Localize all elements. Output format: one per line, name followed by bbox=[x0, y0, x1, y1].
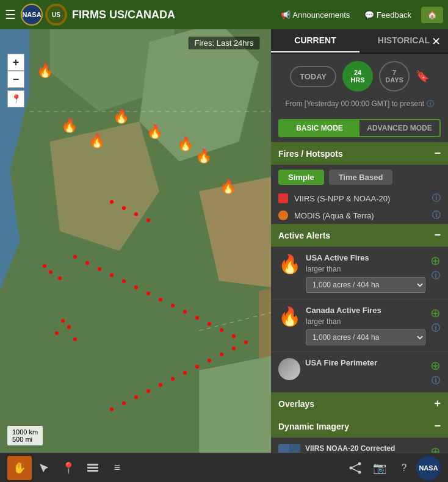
menu-button[interactable]: ≡ bbox=[105, 456, 129, 480]
viirs-info-icon[interactable]: ⓘ bbox=[432, 193, 441, 204]
dynamic-imagery-header[interactable]: Dynamic Imagery − bbox=[271, 415, 448, 437]
zoom-out-button[interactable]: − bbox=[7, 71, 24, 88]
viirs-noaa20-add-button[interactable]: ⊕ bbox=[430, 444, 441, 453]
canada-fires-info-icon[interactable]: ⓘ bbox=[432, 323, 440, 334]
camera-button[interactable]: 📷 bbox=[367, 456, 392, 480]
fire-dot bbox=[43, 264, 46, 268]
canada-fires-add-button[interactable]: ⊕ bbox=[430, 306, 441, 320]
canada-fire-icon: 🔥 bbox=[278, 306, 301, 327]
fires-hotspots-toggle[interactable]: − bbox=[434, 147, 441, 160]
usa-fires-info-icon[interactable]: ⓘ bbox=[432, 270, 440, 281]
fires-hotspots-header[interactable]: Fires / Hotspots − bbox=[271, 142, 448, 165]
today-button[interactable]: TODAY bbox=[290, 66, 336, 87]
viirs-legend-item: VIIRS (S-NPP & NOAA-20) ⓘ bbox=[271, 190, 448, 207]
advanced-mode-option[interactable]: ADVANCED MODE bbox=[359, 120, 439, 136]
close-panel-button[interactable]: ✕ bbox=[428, 34, 443, 49]
feedback-button[interactable]: 💬 Feedback bbox=[359, 8, 416, 22]
svg-rect-14 bbox=[87, 470, 98, 472]
fire-dot bbox=[244, 340, 248, 344]
pan-tool-button[interactable]: ✋ bbox=[7, 456, 32, 480]
announcements-button[interactable]: 📢 Announcements bbox=[276, 8, 355, 22]
fire-dot bbox=[55, 331, 59, 335]
viirs-noaa20-thumbnail: NOAA-20 bbox=[278, 444, 300, 453]
layers-button[interactable] bbox=[81, 456, 105, 480]
fire-dot bbox=[232, 347, 236, 350]
usa-perimeter-add-button[interactable]: ⊕ bbox=[430, 358, 441, 373]
scale-bar: 1000 km 500 mi bbox=[7, 426, 43, 445]
viirs-noaa20-item: NOAA-20 VIIRS NOAA-20 Corrected Reflecta… bbox=[271, 437, 448, 453]
zoom-controls: + − 📍 bbox=[7, 54, 24, 107]
svg-rect-6 bbox=[278, 444, 289, 453]
fire-marker-6: 🔥 bbox=[195, 148, 212, 164]
time-info-icon[interactable]: ⓘ bbox=[427, 99, 434, 108]
view-toggle: Simple Time Based bbox=[271, 165, 448, 190]
fire-dot bbox=[110, 408, 114, 411]
help-button[interactable]: ? bbox=[392, 456, 416, 480]
usa-perimeter-actions: ⊕ ⓘ bbox=[430, 358, 441, 386]
side-panel: CURRENT HISTORICAL ✕ TODAY 24 HRS 7 DAYS… bbox=[271, 29, 448, 453]
usa-fires-add-button[interactable]: ⊕ bbox=[430, 253, 441, 268]
fire-dot bbox=[159, 383, 162, 387]
usa-perimeter-content: USA Fire Perimeter bbox=[305, 358, 425, 370]
fire-dot bbox=[73, 255, 77, 259]
24hrs-button[interactable]: 24 HRS bbox=[342, 61, 373, 92]
usa-fire-icon: 🔥 bbox=[278, 253, 301, 275]
7days-button[interactable]: 7 DAYS bbox=[379, 61, 410, 92]
active-alerts-header[interactable]: Active Alerts − bbox=[271, 224, 448, 246]
mode-toggle: BASIC MODE ADVANCED MODE bbox=[278, 119, 441, 137]
home-button[interactable]: 🏠 bbox=[421, 7, 443, 23]
fire-dot bbox=[208, 359, 211, 362]
fire-dot bbox=[110, 273, 114, 277]
select-tool-button[interactable] bbox=[32, 456, 56, 480]
canada-fires-item: 🔥 Canada Active Fires larger than 1,000 … bbox=[271, 299, 448, 351]
fire-marker-5: 🔥 bbox=[177, 136, 193, 152]
usa-perimeter-item: USA Fire Perimeter ⊕ ⓘ bbox=[271, 351, 448, 392]
modis-legend-item: MODIS (Aqua & Terra) ⓘ bbox=[271, 207, 448, 224]
fire-dot bbox=[220, 353, 223, 356]
hamburger-menu[interactable]: ☰ bbox=[5, 7, 16, 22]
usa-fires-content: USA Active Fires larger than 1,000 acres… bbox=[306, 253, 425, 293]
fire-dot bbox=[134, 286, 138, 289]
fire-dot bbox=[122, 206, 126, 210]
svg-line-19 bbox=[351, 468, 359, 472]
bookmark-icon[interactable]: 🔖 bbox=[416, 70, 429, 83]
fire-marker-1: 🔥 bbox=[61, 118, 78, 134]
fire-dot bbox=[146, 389, 150, 393]
time-based-view-button[interactable]: Time Based bbox=[329, 170, 393, 185]
tab-current[interactable]: CURRENT bbox=[271, 29, 359, 52]
share-button[interactable] bbox=[343, 456, 367, 480]
location-button[interactable]: 📍 bbox=[7, 90, 24, 107]
svg-rect-13 bbox=[87, 467, 98, 469]
overlays-header[interactable]: Overlays + bbox=[271, 392, 448, 415]
fire-dot bbox=[58, 276, 62, 280]
fire-dot bbox=[220, 328, 223, 332]
active-alerts-toggle[interactable]: − bbox=[434, 229, 441, 242]
canada-fires-actions: ⊕ ⓘ bbox=[430, 306, 441, 334]
fire-dot bbox=[159, 298, 162, 301]
modis-color-swatch bbox=[278, 210, 288, 220]
fire-dot bbox=[110, 200, 114, 204]
basic-mode-option[interactable]: BASIC MODE bbox=[280, 120, 359, 136]
canada-fires-select[interactable]: 1,000 acres / 404 ha 500 acres / 202 ha … bbox=[306, 329, 425, 345]
fire-dot bbox=[232, 334, 236, 338]
modis-info-icon[interactable]: ⓘ bbox=[432, 210, 441, 221]
fire-dot bbox=[146, 292, 150, 295]
viirs-noaa20-content: VIIRS NOAA-20 Corrected Reflectance (tru… bbox=[305, 444, 425, 453]
fire-dot bbox=[208, 322, 211, 326]
nasa-logo: NASA bbox=[21, 4, 43, 26]
viirs-noaa20-actions: ⊕ ⓘ bbox=[430, 444, 441, 453]
app-title: FIRMS US/CANADA bbox=[72, 9, 271, 21]
logos: NASA US bbox=[21, 4, 67, 26]
simple-view-button[interactable]: Simple bbox=[278, 170, 324, 185]
dynamic-imagery-toggle[interactable]: − bbox=[434, 420, 441, 433]
fire-marker-2: 🔥 bbox=[89, 133, 105, 149]
zoom-in-button[interactable]: + bbox=[7, 54, 24, 71]
usa-fires-select[interactable]: 1,000 acres / 404 ha 500 acres / 202 ha … bbox=[306, 277, 425, 293]
fire-dot bbox=[195, 365, 199, 369]
usa-perimeter-info-icon[interactable]: ⓘ bbox=[432, 375, 440, 386]
pin-tool-button[interactable]: 📍 bbox=[56, 456, 81, 480]
usa-fires-item: 🔥 USA Active Fires larger than 1,000 acr… bbox=[271, 246, 448, 299]
overlays-toggle[interactable]: + bbox=[434, 397, 441, 410]
fire-marker-8: 🔥 bbox=[37, 63, 53, 79]
canada-fires-content: Canada Active Fires larger than 1,000 ac… bbox=[306, 306, 425, 345]
